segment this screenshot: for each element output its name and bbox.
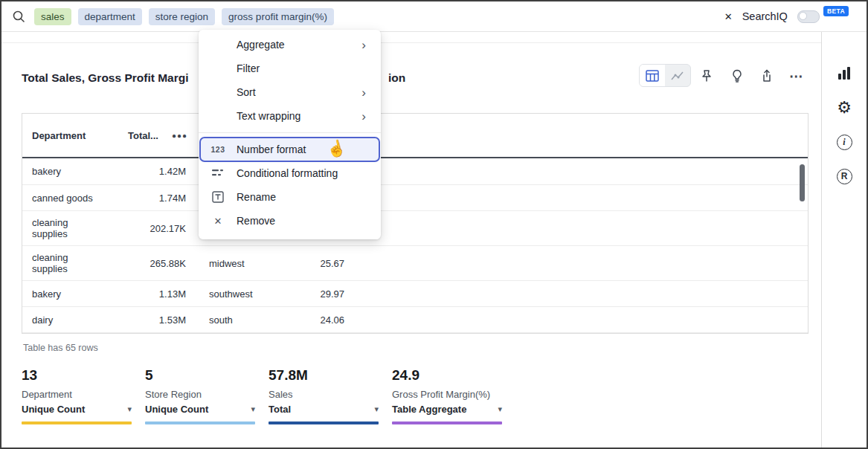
r-circle-icon[interactable]: R [835,167,853,185]
menu-item-label: Remove [237,215,275,227]
cell-department: canned goods [22,193,112,204]
kpi-color-bar [22,421,132,424]
kpi-value: 13 [22,367,132,384]
chevron-down-icon: ▾ [374,404,379,414]
cell-total: 1.42M [112,166,199,177]
share-icon[interactable] [755,64,779,88]
answer-title-tail: ion [388,71,405,85]
conditional-formatting-icon [210,168,225,178]
menu-item-label: Sort [237,86,256,98]
cell-department: cleaning supplies [22,217,112,239]
cell-region: midwest [199,258,277,269]
kpi-name: Store Region [145,389,255,400]
right-rail: ⚙ i R [821,32,867,448]
menu-item-label: Conditional formatting [237,167,338,179]
kpi-aggregation-dropdown[interactable]: Table Aggregate ▾ [392,404,502,415]
gear-glyph: ⚙ [837,100,852,116]
kpi-agg-label: Total [269,404,291,415]
menu-item-aggregate[interactable]: Aggregate › [200,33,379,56]
kpi-agg-label: Table Aggregate [392,404,466,415]
kpi-name: Gross Profit Margin(%) [392,389,502,400]
column-context-menu: Aggregate › Filter Sort › Text wrapping … [199,30,381,239]
kpi-agg-label: Unique Count [145,404,208,415]
chevron-down-icon: ▾ [498,404,502,414]
kpi-agg-label: Unique Count [22,404,85,415]
menu-item-number-format[interactable]: 123 Number format [200,138,379,161]
app-window: sales department store region gross prof… [0,0,868,449]
menu-item-filter[interactable]: Filter [200,56,379,80]
search-bar: sales department store region gross prof… [1,1,867,32]
cell-department: bakery [22,288,112,300]
cell-department: bakery [22,166,112,177]
kpi-value: 5 [145,367,255,384]
table-row: canned goods 1.74M [22,185,808,211]
menu-item-remove[interactable]: ✕ Remove [200,209,379,233]
table-row: bakery 1.42M [22,158,808,185]
column-header-total[interactable]: Total... ●●● [112,129,199,142]
menu-item-label: Aggregate [237,39,285,51]
column-menu-button[interactable]: ●●● [169,129,190,142]
search-icon[interactable] [12,10,25,23]
beta-badge: BETA [823,6,849,16]
kpi-aggregation-dropdown[interactable]: Unique Count ▾ [22,404,132,415]
cell-total: 1.53M [112,314,199,326]
menu-item-text-wrapping[interactable]: Text wrapping › [200,104,379,128]
table-row-count: Table has 65 rows [23,343,98,353]
kpi-strip: 13 Department Unique Count ▾ 5 Store Reg… [22,367,502,424]
kpi-color-bar [269,421,379,424]
remove-x-icon: ✕ [210,216,225,227]
search-token-sales[interactable]: sales [34,8,71,25]
menu-item-rename[interactable]: Rename [200,185,379,209]
kpi-aggregation-dropdown[interactable]: Unique Count ▾ [145,404,255,415]
kpi-color-bar [145,421,255,424]
cell-total: 202.17K [112,223,199,234]
table-view-button[interactable] [640,65,665,86]
column-header-department[interactable]: Department [22,130,112,141]
cell-region: south [199,314,277,326]
chevron-right-icon: › [361,110,366,123]
rename-icon [210,191,225,203]
table-header-row: Department Total... ●●● [22,114,808,158]
pin-icon[interactable] [695,64,718,88]
menu-item-label: Rename [237,191,276,203]
chevron-right-icon: › [361,39,366,51]
cell-total: 265.88K [112,258,199,269]
searchiq-controls: ✕ SearchIQ BETA [724,10,849,23]
chart-view-button[interactable] [665,65,690,86]
kpi-color-bar [392,421,502,424]
menu-item-conditional-formatting[interactable]: Conditional formatting [200,161,379,185]
kpi-name: Sales [269,389,379,400]
view-toggle [639,64,691,87]
kpi-name: Department [22,389,132,400]
cell-department: cleaning supplies [22,252,112,274]
chart-config-icon[interactable] [835,65,853,83]
menu-divider [199,132,381,133]
answer-title: Total Sales, Gross Profit Margi [22,71,189,85]
close-icon[interactable]: ✕ [724,11,733,22]
table-row: bakery 1.13M southwest 29.97 [22,281,808,307]
cell-region: southwest [199,288,277,300]
insights-lightbulb-icon[interactable] [725,64,749,88]
table-row: cleaning supplies 265.88K midwest 25.67 [22,246,808,281]
search-token-gross-profit-margin[interactable]: gross profit margin(%) [222,8,334,25]
search-token-department[interactable]: department [78,8,142,25]
table-scrollbar[interactable] [800,164,805,201]
search-token-store-region[interactable]: store region [149,8,215,25]
more-options-icon[interactable]: ⋯ [785,64,808,88]
table-row: dairy 1.53M south 24.06 [22,307,808,333]
chevron-down-icon: ▾ [127,404,132,414]
search-token-list: sales department store region gross prof… [34,8,334,25]
searchiq-toggle[interactable] [797,10,820,23]
cell-department: dairy [22,314,112,326]
column-header-label: Total... [128,130,158,141]
menu-item-sort[interactable]: Sort › [200,80,379,104]
table-row: cleaning supplies 202.17K [22,211,808,246]
settings-gear-icon[interactable]: ⚙ [835,99,853,117]
toggle-knob [799,12,807,20]
cell-margin: 29.97 [277,288,359,300]
info-icon[interactable]: i [835,133,853,151]
kpi-department: 13 Department Unique Count ▾ [22,367,132,424]
menu-item-label: Text wrapping [237,110,300,122]
menu-item-label: Filter [237,62,260,74]
kpi-aggregation-dropdown[interactable]: Total ▾ [269,404,379,415]
